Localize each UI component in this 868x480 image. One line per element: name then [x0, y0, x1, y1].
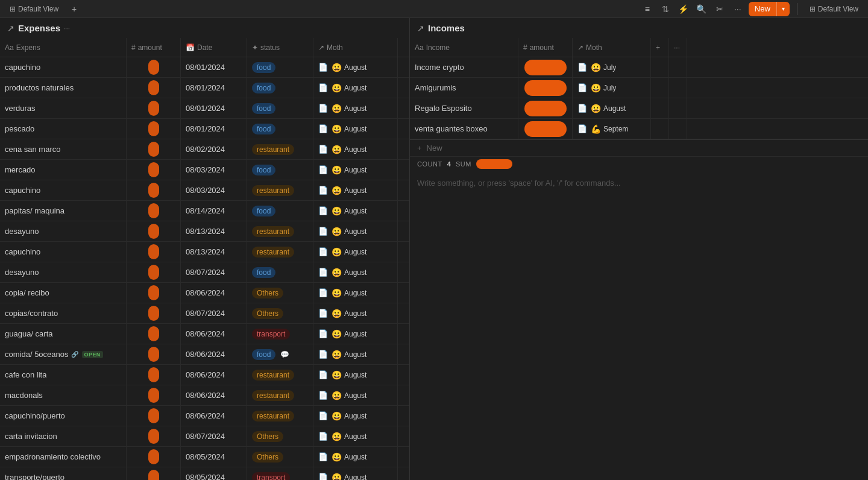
table-row[interactable]: capuchino/puerto 08/06/2024 restaurant 📄… [0, 406, 409, 426]
cut-btn[interactable]: ✂ [712, 2, 727, 16]
table-row[interactable]: Income crypto 📄😀July [410, 57, 868, 78]
cell-amount [127, 201, 181, 221]
table-row[interactable]: venta guantes boxeo 📄💪Septem [410, 119, 868, 139]
cell-date: 08/06/2024 [181, 385, 247, 405]
incomes-new-row[interactable]: + New [410, 139, 868, 156]
cell-date: 08/03/2024 [181, 160, 247, 180]
col-icon-amount-r: # [523, 43, 527, 52]
left-view-tab[interactable]: ⊞ Default View [5, 4, 63, 14]
more-btn[interactable]: ··· [731, 2, 745, 16]
table-row[interactable]: capuchino 08/03/2024 restaurant 📄😀August [0, 180, 409, 201]
table-row[interactable]: comida/ 5oceanos 🔗 OPEN 08/06/2024 food💬… [0, 344, 409, 365]
incomes-header: ↗ Incomes [410, 18, 868, 38]
cell-expens: pescado [0, 119, 127, 139]
cell-status: food [247, 160, 313, 180]
count-sum-bar: COUNT 4 SUM [410, 156, 868, 171]
incomes-col-headers: Aa Income # amount ↗ Moth + ··· [410, 38, 868, 57]
col-header-amount-r[interactable]: # amount [518, 38, 573, 57]
cell-expens: desayuno [0, 221, 127, 241]
cell-expens: macdonals [0, 385, 127, 405]
col-icon-date: 📅 [186, 43, 195, 52]
table-row[interactable]: Regalo Esposito 📄😀August [410, 98, 868, 119]
col-header-date[interactable]: 📅 Date [181, 38, 247, 57]
cell-moth: 📄😀August [313, 447, 398, 467]
table-row[interactable]: pescado 08/01/2024 food 📄😀August [0, 119, 409, 139]
filter-btn[interactable]: ≡ [640, 2, 655, 16]
cell-status: Others [247, 283, 313, 303]
table-row[interactable]: copia/ recibo 08/06/2024 Others 📄😀August [0, 283, 409, 303]
new-button[interactable]: New ▾ [749, 2, 790, 16]
new-button-arrow[interactable]: ▾ [776, 2, 790, 16]
main-content: ↗ Expenses ··· Aa Expens # amount 📅 [0, 18, 868, 480]
cell-moth: 📄😀August [313, 242, 398, 262]
auto-btn[interactable]: ⚡ [676, 2, 691, 16]
table-row[interactable]: papitas/ maquina 08/14/2024 food 📄😀Augus… [0, 201, 409, 221]
col-header-status[interactable]: ✦ status [247, 38, 313, 57]
cell-moth: 📄😀August [313, 283, 398, 303]
cell-amount [127, 262, 181, 282]
incomes-table: Aa Income # amount ↗ Moth + ··· Income c… [410, 38, 868, 480]
new-button-label: New [749, 2, 776, 16]
table-row[interactable]: copias/contrato 08/07/2024 Others 📄😀Augu… [0, 303, 409, 324]
table-row[interactable]: macdonals 08/06/2024 restaurant 📄😀August [0, 385, 409, 406]
table-row[interactable]: cena san marco 08/02/2024 restaurant 📄😀A… [0, 139, 409, 160]
right-view-tab[interactable]: ⊞ Default View [805, 4, 863, 14]
cell-moth: 📄😀August [313, 467, 398, 480]
table-row[interactable]: desayuno 08/13/2024 restaurant 📄😀August [0, 221, 409, 242]
col-label-status: status [260, 43, 280, 52]
top-bar-right: ⊞ Default View [805, 4, 863, 14]
cell-date: 08/06/2024 [181, 344, 247, 364]
cell-date: 08/05/2024 [181, 467, 247, 480]
cell-status: restaurant [247, 365, 313, 385]
col-header-moth-r[interactable]: ↗ Moth [573, 38, 651, 57]
cell-more [669, 78, 687, 98]
table-row[interactable]: carta invitacion 08/07/2024 Others 📄😀Aug… [0, 426, 409, 447]
col-header-moth[interactable]: ↗ Moth [313, 38, 398, 57]
cell-amount [127, 467, 181, 480]
search-btn[interactable]: 🔍 [694, 2, 709, 16]
table-row[interactable]: verduras 08/01/2024 food 📄😀August [0, 98, 409, 119]
col-icon-expens: Aa [5, 43, 14, 52]
table-row[interactable]: transporte/puerto 08/05/2024 transport 📄… [0, 467, 409, 480]
cell-amount-r [518, 98, 573, 118]
col-header-income[interactable]: Aa Income [410, 38, 518, 57]
table-row[interactable]: productos naturales 08/01/2024 food 📄😀Au… [0, 78, 409, 98]
col-add[interactable]: + [651, 38, 669, 57]
sort-btn[interactable]: ⇅ [658, 2, 673, 16]
table-row[interactable]: empadronamiento colectivo 08/05/2024 Oth… [0, 447, 409, 467]
cell-status: transport [247, 324, 313, 344]
cell-moth: 📄😀August [313, 221, 398, 241]
cell-status: food [247, 57, 313, 77]
table-row[interactable]: mercado 08/03/2024 food 📄😀August [0, 160, 409, 180]
col-header-expens[interactable]: Aa Expens [0, 38, 127, 57]
table-row[interactable]: cafe con lita 08/06/2024 restaurant 📄😀Au… [0, 365, 409, 385]
table-row[interactable]: capuchino 08/01/2024 food 📄😀August [0, 57, 409, 78]
cell-moth: 📄😀August [313, 303, 398, 323]
cell-moth-r: 📄😀July [573, 57, 651, 77]
col-more[interactable]: ··· [669, 38, 687, 57]
cell-status: restaurant [247, 406, 313, 426]
cell-moth: 📄😀August [313, 98, 398, 118]
cell-moth: 📄😀August [313, 406, 398, 426]
cell-moth: 📄😀August [313, 262, 398, 282]
cell-plus [651, 78, 669, 98]
cell-amount [127, 57, 181, 77]
cell-date: 08/05/2024 [181, 447, 247, 467]
cell-expens: desayuno [0, 262, 127, 282]
cell-amount [127, 160, 181, 180]
expenses-more[interactable]: ··· [64, 24, 70, 33]
table-row[interactable]: guagua/ carta 08/06/2024 transport 📄😀Aug… [0, 324, 409, 344]
cell-income: Regalo Esposito [410, 98, 518, 118]
add-view-btn[interactable]: + [67, 2, 81, 16]
cell-status: food [247, 119, 313, 139]
table-row[interactable]: Amigurumis 📄😀July [410, 78, 868, 98]
cell-date: 08/13/2024 [181, 242, 247, 262]
table-row[interactable]: desayuno 08/07/2024 food 📄😀August [0, 262, 409, 283]
write-area[interactable]: Write something, or press 'space' for AI… [410, 171, 868, 480]
cell-moth: 📄😀August [313, 385, 398, 405]
cell-amount [127, 139, 181, 159]
cell-amount-r [518, 57, 573, 77]
col-header-amount[interactable]: # amount [127, 38, 181, 57]
table-row[interactable]: capuchino 08/13/2024 restaurant 📄😀August [0, 242, 409, 262]
count-label: COUNT [417, 160, 442, 168]
